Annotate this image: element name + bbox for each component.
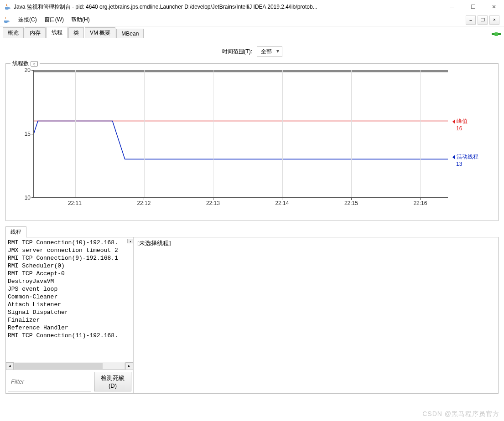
thread-row[interactable]: Reference Handler bbox=[6, 324, 133, 332]
tab-mbean[interactable]: MBean bbox=[116, 29, 144, 38]
thread-row[interactable]: RMI Scheduler(0) bbox=[6, 262, 133, 270]
thread-row[interactable]: RMI TCP Connection(11)-192.168. bbox=[6, 332, 133, 339]
threads-list-tab[interactable]: 线程 bbox=[5, 226, 26, 237]
ytick-10: 10 bbox=[25, 195, 31, 201]
inner-restore-button[interactable]: ❐ bbox=[478, 15, 488, 25]
chart-title: 线程数 bbox=[12, 60, 29, 67]
svg-rect-2 bbox=[494, 32, 498, 36]
filter-input[interactable] bbox=[8, 372, 91, 391]
minimize-button[interactable]: ─ bbox=[446, 2, 458, 11]
tab-overview[interactable]: 概览 bbox=[3, 27, 24, 38]
connection-status-icon bbox=[491, 31, 501, 38]
close-button[interactable]: ✕ bbox=[488, 2, 500, 11]
thread-row[interactable]: RMI TCP Connection(10)-192.168. bbox=[6, 239, 133, 246]
thread-list[interactable]: ▴ RMI TCP Connection(10)-192.168.JMX ser… bbox=[6, 237, 133, 362]
thread-row[interactable]: Common-Cleaner bbox=[6, 293, 133, 301]
watermark: CSDN @黑马程序员官方 bbox=[422, 410, 499, 418]
xtick: 22:13 bbox=[206, 200, 220, 206]
thread-row[interactable]: Signal Dispatcher bbox=[6, 308, 133, 316]
ytick-15: 15 bbox=[25, 131, 31, 137]
thread-row[interactable]: Attach Listener bbox=[6, 301, 133, 308]
time-range-select[interactable]: 全部 bbox=[257, 46, 282, 57]
tab-classes[interactable]: 类 bbox=[68, 27, 84, 38]
menu-window[interactable]: 窗口(W) bbox=[41, 14, 68, 26]
time-range-label: 时间范围(T): bbox=[222, 48, 253, 55]
java-icon bbox=[4, 3, 11, 10]
detect-deadlock-button[interactable]: 检测死锁(D) bbox=[94, 372, 131, 391]
xtick: 22:15 bbox=[344, 200, 358, 206]
legend-peak: ◀峰值 16 bbox=[452, 118, 468, 132]
scroll-left-icon[interactable]: ◂ bbox=[6, 362, 14, 370]
svg-rect-1 bbox=[498, 33, 501, 35]
ytick-20: 20 bbox=[25, 67, 31, 73]
tab-threads[interactable]: 线程 bbox=[47, 27, 68, 38]
window-title: Java 监视和管理控制台 - pid: 4640 org.jetbrains.… bbox=[14, 3, 446, 11]
thread-row[interactable]: JPS event loop bbox=[6, 285, 133, 293]
tab-vm[interactable]: VM 概要 bbox=[85, 27, 115, 38]
xtick: 22:11 bbox=[68, 200, 82, 206]
xtick: 22:12 bbox=[137, 200, 151, 206]
thread-detail-placeholder: [未选择线程] bbox=[134, 237, 498, 393]
menu-connect[interactable]: 连接(C) bbox=[15, 14, 41, 26]
thread-count-chart: 线程数 ☼ 20 15 10 ◀峰值 16 bbox=[5, 63, 499, 221]
thread-row[interactable]: DestroyJavaVM bbox=[6, 277, 133, 285]
scroll-right-icon[interactable]: ▸ bbox=[125, 362, 133, 370]
inner-minimize-button[interactable]: ‒ bbox=[466, 15, 476, 25]
horizontal-scrollbar[interactable]: ◂ ▸ bbox=[6, 362, 133, 370]
inner-close-button[interactable]: × bbox=[489, 15, 499, 25]
thread-row[interactable]: Finalizer bbox=[6, 316, 133, 324]
tab-memory[interactable]: 内存 bbox=[25, 27, 46, 38]
svg-rect-0 bbox=[492, 33, 494, 35]
maximize-button[interactable]: ☐ bbox=[467, 2, 479, 11]
thread-row[interactable]: RMI TCP Connection(9)-192.168.1 bbox=[6, 254, 133, 262]
thread-row[interactable]: RMI TCP Accept-0 bbox=[6, 270, 133, 277]
list-scroll-up-icon[interactable]: ▴ bbox=[127, 239, 133, 243]
java-icon-small bbox=[3, 16, 10, 24]
menu-help[interactable]: 帮助(H) bbox=[68, 14, 94, 26]
thread-row[interactable]: JMX server connection timeout 2 bbox=[6, 246, 133, 254]
xtick: 22:16 bbox=[413, 200, 427, 206]
chart-collapse-icon[interactable]: ☼ bbox=[31, 61, 38, 67]
legend-live: ◀活动线程 13 bbox=[452, 153, 478, 167]
xtick: 22:14 bbox=[275, 200, 289, 206]
